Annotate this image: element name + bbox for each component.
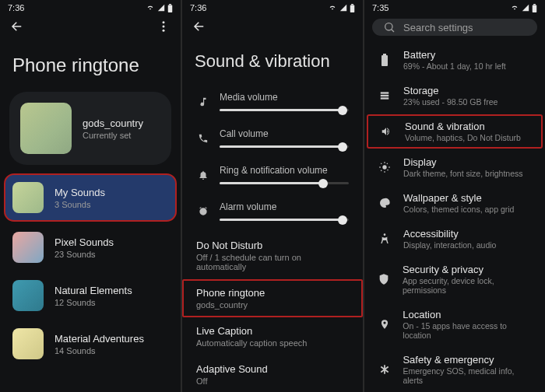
music-note-icon: [196, 96, 210, 107]
row-sub: Off / 1 schedule can turn on automatical…: [196, 253, 349, 271]
status-icons: [510, 4, 537, 12]
category-natural-elements[interactable]: Natural Elements 12 Sounds: [0, 272, 181, 319]
svg-point-3: [163, 26, 165, 28]
svg-point-9: [385, 23, 392, 30]
status-icons: [146, 4, 173, 12]
item-title: Sound & vibration: [405, 121, 521, 132]
ringtone-thumbnail: [20, 103, 72, 154]
item-title: Battery: [403, 49, 506, 61]
back-button[interactable]: [190, 17, 209, 36]
item-sub: On - 15 apps have access to location: [403, 321, 533, 340]
item-title: Safety & emergency: [403, 354, 533, 366]
current-ringtone-name: gods_country: [83, 117, 143, 129]
item-title: Location: [403, 309, 533, 320]
svg-rect-6: [351, 4, 353, 5]
phone-ringtone-row[interactable]: Phone ringtone gods_country: [182, 279, 363, 317]
row-title: Live Caption: [196, 325, 349, 337]
item-sub: Emergency SOS, medical info, alerts: [403, 366, 533, 385]
wifi-icon: [328, 4, 337, 12]
svg-rect-13: [381, 95, 389, 96]
row-title: Do Not Disturb: [196, 240, 349, 251]
item-title: Display: [403, 156, 523, 168]
item-sub: Volume, haptics, Do Not Disturb: [405, 133, 521, 142]
settings-item-location[interactable]: LocationOn - 15 apps have access to loca…: [364, 302, 545, 347]
row-sub: Automatically caption speech: [196, 338, 349, 348]
svg-point-4: [163, 30, 165, 32]
ring-volume-row: Ring & notification volume: [182, 159, 363, 195]
ring-volume-slider[interactable]: [220, 182, 349, 184]
category-count: 12 Sounds: [54, 298, 132, 307]
sound-vibration-screen: 7:36 Sound & vibration Media volume Call…: [182, 0, 363, 392]
status-bar: 7:35: [364, 0, 545, 14]
more-vert-icon: [156, 19, 171, 33]
overflow-button[interactable]: [154, 17, 173, 36]
row-title: Adaptive Sound: [196, 363, 349, 375]
svg-rect-11: [383, 54, 386, 55]
alarm-volume-slider[interactable]: [220, 219, 349, 221]
item-sub: Colors, themed icons, app grid: [403, 205, 514, 214]
slider-label: Call volume: [220, 128, 349, 139]
settings-item-security[interactable]: Security & privacyApp security, device l…: [364, 257, 545, 302]
item-sub: Dark theme, font size, brightness: [403, 169, 523, 178]
current-ringtone-card[interactable]: gods_country Currently set: [9, 92, 171, 165]
settings-list: Battery69% - About 1 day, 10 hr left Sto…: [364, 42, 545, 392]
accessibility-icon: [377, 233, 392, 245]
svg-point-15: [382, 165, 386, 169]
svg-rect-10: [382, 55, 388, 66]
item-sub: App security, device lock, permissions: [403, 276, 533, 295]
settings-item-sound-vibration[interactable]: Sound & vibrationVolume, haptics, Do Not…: [366, 114, 543, 149]
settings-item-battery[interactable]: Battery69% - About 1 day, 10 hr left: [364, 42, 545, 78]
alarm-icon: [196, 206, 210, 217]
wifi-icon: [146, 4, 155, 12]
settings-item-safety[interactable]: Safety & emergencyEmergency SOS, medical…: [364, 347, 545, 392]
settings-item-storage[interactable]: Storage23% used - 98.50 GB free: [364, 78, 545, 114]
settings-item-display[interactable]: DisplayDark theme, font size, brightness: [364, 149, 545, 185]
category-my-sounds[interactable]: My Sounds 3 Sounds: [5, 174, 176, 221]
category-thumbnail: [12, 182, 44, 213]
wifi-icon: [510, 4, 519, 12]
status-icons: [328, 4, 355, 12]
slider-label: Ring & notification volume: [220, 165, 349, 176]
storage-icon: [377, 90, 392, 101]
back-button[interactable]: [8, 17, 26, 36]
settings-item-accessibility[interactable]: AccessibilityDisplay, interaction, audio: [364, 221, 545, 257]
page-title: Phone ringtone: [0, 40, 181, 92]
category-count: 23 Sounds: [54, 250, 114, 259]
signal-icon: [522, 4, 529, 12]
clock: 7:36: [8, 3, 24, 12]
category-count: 14 Sounds: [54, 346, 144, 355]
svg-point-2: [163, 21, 165, 23]
phone-icon: [196, 133, 210, 144]
phone-ringtone-screen: 7:36 Phone ringtone gods_country Current…: [0, 0, 181, 392]
battery-icon: [350, 4, 355, 12]
category-material-adventures[interactable]: Material Adventures 14 Sounds: [0, 320, 181, 367]
category-pixel-sounds[interactable]: Pixel Sounds 23 Sounds: [0, 224, 181, 271]
item-title: Storage: [403, 85, 498, 96]
bell-icon: [196, 170, 210, 180]
category-name: Natural Elements: [54, 285, 132, 296]
current-ringtone-sub: Currently set: [83, 131, 143, 140]
item-title: Wallpaper & style: [403, 192, 514, 204]
svg-point-16: [384, 233, 386, 236]
dnd-row[interactable]: Do Not Disturb Off / 1 schedule can turn…: [182, 232, 363, 279]
search-settings-input[interactable]: Search settings: [372, 19, 537, 36]
clock: 7:36: [190, 3, 206, 12]
settings-item-wallpaper[interactable]: Wallpaper & styleColors, themed icons, a…: [364, 185, 545, 221]
battery-icon: [167, 4, 173, 12]
sound-category-list: My Sounds 3 Sounds Pixel Sounds 23 Sound…: [0, 174, 181, 369]
adaptive-sound-row[interactable]: Adaptive Sound Off: [182, 355, 363, 392]
media-volume-slider[interactable]: [220, 109, 349, 111]
palette-icon: [377, 197, 392, 209]
category-count: 3 Sounds: [54, 200, 105, 209]
live-caption-row[interactable]: Live Caption Automatically caption speec…: [182, 317, 363, 355]
item-title: Security & privacy: [403, 264, 533, 275]
svg-rect-0: [168, 5, 173, 12]
status-bar: 7:36: [0, 0, 181, 14]
settings-screen: 7:35 Search settings Battery69% - About …: [364, 0, 545, 392]
arrow-back-icon: [192, 19, 206, 33]
media-volume-row: Media volume: [182, 86, 363, 122]
arrow-back-icon: [10, 19, 24, 33]
call-volume-slider[interactable]: [220, 145, 349, 148]
category-name: Material Adventures: [54, 333, 144, 345]
category-name: Pixel Sounds: [54, 236, 114, 248]
